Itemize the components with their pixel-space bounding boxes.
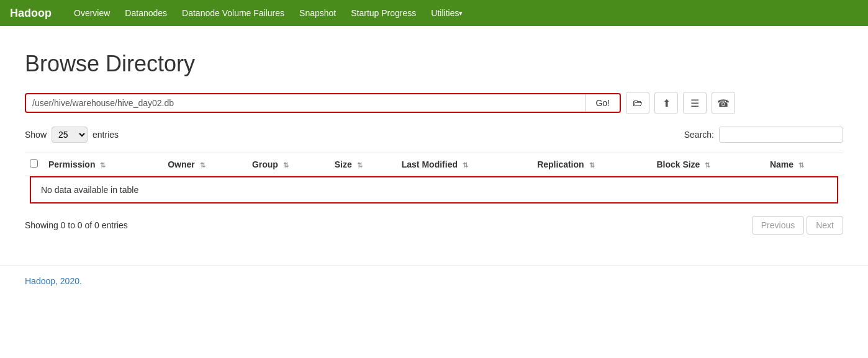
sort-icon-permission: ⇅ [100, 161, 106, 169]
select-all-checkbox[interactable] [30, 159, 38, 168]
options-icon: ☎ [717, 97, 730, 109]
show-entries: Show 10 25 50 100 entries [25, 127, 119, 143]
nav-overview[interactable]: Overview [66, 0, 117, 26]
col-name[interactable]: Name ⇅ [765, 153, 843, 176]
no-data-message: No data available in table [30, 176, 838, 204]
footer-link[interactable]: Hadoop, 2020. [25, 276, 82, 286]
search-box: Search: [684, 127, 843, 143]
chevron-down-icon: ▾ [459, 0, 463, 26]
search-label: Search: [684, 130, 714, 140]
controls-row: Show 10 25 50 100 entries Search: [25, 127, 843, 143]
next-button[interactable]: Next [807, 216, 843, 235]
show-label: Show [25, 130, 47, 140]
entries-label: entries [93, 130, 119, 140]
no-data-row: No data available in table [25, 176, 843, 209]
page-divider [0, 266, 868, 266]
no-data-cell: No data available in table [25, 176, 843, 209]
nav-datanode-volume-failures[interactable]: Datanode Volume Failures [174, 0, 292, 26]
search-input[interactable] [719, 127, 843, 143]
nav-startup-progress[interactable]: Startup Progress [343, 0, 423, 26]
col-size[interactable]: Size ⇅ [330, 153, 397, 176]
previous-button[interactable]: Previous [752, 216, 804, 235]
sort-icon-name: ⇅ [798, 161, 804, 169]
sort-icon-last-modified: ⇅ [463, 161, 468, 169]
col-replication[interactable]: Replication ⇅ [532, 153, 651, 176]
sort-icon-owner: ⇅ [200, 161, 206, 169]
sort-icon-size: ⇅ [357, 161, 363, 169]
col-group[interactable]: Group ⇅ [247, 153, 330, 176]
site-footer: Hadoop, 2020. [0, 276, 868, 298]
col-permission[interactable]: Permission ⇅ [43, 153, 163, 176]
folder-open-icon: 🗁 [633, 97, 643, 109]
select-all-header [25, 153, 43, 176]
col-owner[interactable]: Owner ⇅ [163, 153, 247, 176]
path-bar: Go! 🗁 ⬆ ☰ ☎ [25, 92, 843, 114]
nav-datanodes[interactable]: Datanodes [117, 0, 174, 26]
nav-snapshot[interactable]: Snapshot [292, 0, 343, 26]
sort-icon-block-size: ⇅ [705, 161, 710, 169]
upload-button[interactable]: ⬆ [654, 92, 678, 114]
sort-icon-replication: ⇅ [589, 161, 595, 169]
table-wrapper: Permission ⇅ Owner ⇅ Group ⇅ Size ⇅ [25, 153, 843, 208]
col-block-size[interactable]: Block Size ⇅ [651, 153, 765, 176]
entries-select[interactable]: 10 25 50 100 [52, 127, 88, 143]
list-view-button[interactable]: ☰ [683, 92, 707, 114]
table-header-row: Permission ⇅ Owner ⇅ Group ⇅ Size ⇅ [25, 153, 843, 176]
page-title: Browse Directory [25, 51, 843, 77]
sort-icon-group: ⇅ [283, 161, 289, 169]
brand-label: Hadoop [10, 7, 52, 20]
path-input[interactable] [26, 94, 585, 112]
upload-icon: ⬆ [662, 97, 671, 109]
footer-row: Showing 0 to 0 of 0 entries Previous Nex… [25, 216, 843, 247]
pagination: Previous Next [752, 216, 843, 235]
col-last-modified[interactable]: Last Modified ⇅ [397, 153, 532, 176]
more-options-button[interactable]: ☎ [712, 92, 735, 114]
folder-open-button[interactable]: 🗁 [626, 92, 649, 114]
go-button[interactable]: Go! [585, 94, 620, 112]
directory-table: Permission ⇅ Owner ⇅ Group ⇅ Size ⇅ [25, 153, 843, 208]
nav-utilities[interactable]: Utilities ▾ [423, 0, 470, 26]
navbar: Hadoop Overview Datanodes Datanode Volum… [0, 0, 868, 26]
path-input-wrapper: Go! [25, 93, 621, 113]
list-icon: ☰ [690, 97, 699, 109]
showing-text: Showing 0 to 0 of 0 entries [25, 220, 128, 230]
main-content: Browse Directory Go! 🗁 ⬆ ☰ ☎ Show 10 25 … [0, 26, 868, 259]
